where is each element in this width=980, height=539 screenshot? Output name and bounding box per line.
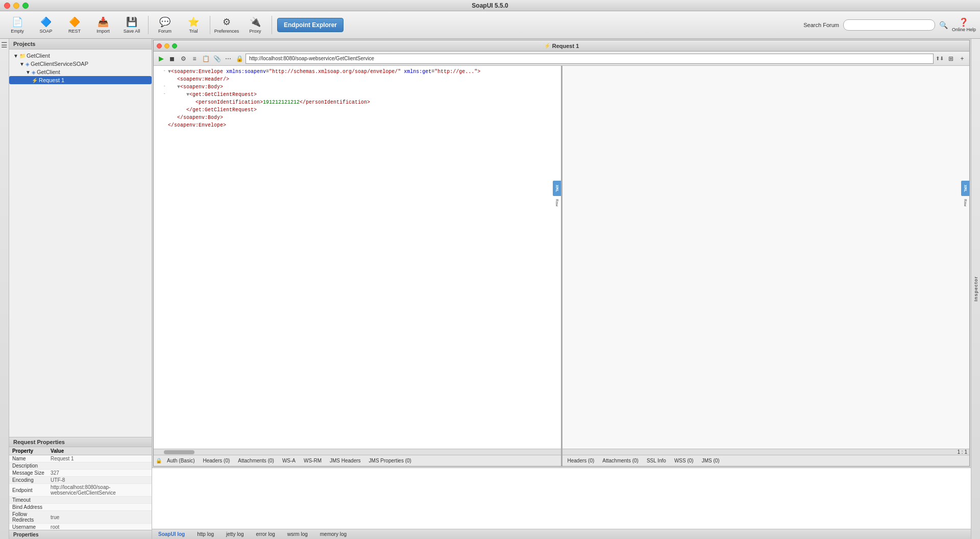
req-minimize-button[interactable] bbox=[164, 43, 169, 48]
search-icon[interactable]: 🔍 bbox=[939, 21, 948, 29]
tab-auth[interactable]: Auth (Basic) bbox=[164, 457, 198, 464]
tab-ws-a[interactable]: WS-A bbox=[279, 457, 299, 464]
scrollbar-thumb[interactable] bbox=[164, 450, 194, 454]
empty-icon: 📄 bbox=[12, 16, 23, 28]
response-raw-label[interactable]: Raw bbox=[961, 197, 969, 208]
preferences-label: Preferences bbox=[214, 29, 239, 34]
table-row: Usernameroot bbox=[9, 524, 152, 530]
copy-button[interactable]: 📋 bbox=[201, 54, 211, 64]
req-maximize-button[interactable] bbox=[172, 43, 177, 48]
tree-item-getclientservice[interactable]: ▼ ◈ GetClientServiceSOAP bbox=[9, 60, 152, 68]
log-tab-http[interactable]: http log bbox=[195, 530, 216, 538]
save-all-label: Save All bbox=[124, 29, 140, 34]
xml-line-8: </soapenv:Envelope> bbox=[156, 121, 559, 129]
url-input[interactable]: http://localhost:8080/soap-webservice/Ge… bbox=[246, 54, 934, 64]
xml-line-4: - ▼<get:GetClientRequest> bbox=[156, 91, 559, 99]
response-xml-editor[interactable]: XML Raw bbox=[562, 66, 970, 449]
preferences-button[interactable]: ⚙ Preferences bbox=[213, 13, 240, 37]
xml-line-5: <personIdentification>191212121212</pers… bbox=[156, 99, 559, 106]
proxy-icon: 🔌 bbox=[250, 16, 261, 28]
col-value: Value bbox=[47, 447, 152, 455]
tab-jms-properties[interactable]: JMS Properties (0) bbox=[366, 457, 414, 464]
log-tab-error[interactable]: error log bbox=[254, 530, 277, 538]
property-value: 327 bbox=[47, 470, 152, 477]
soap-label: SOAP bbox=[39, 29, 52, 34]
log-tab-wsrm[interactable]: wsrm log bbox=[285, 530, 310, 538]
config-button[interactable]: ⚙ bbox=[178, 54, 188, 64]
properties-header: Request Properties bbox=[9, 437, 152, 447]
tab-headers-resp[interactable]: Headers (0) bbox=[565, 457, 598, 464]
preferences-icon: ⚙ bbox=[223, 16, 231, 28]
xml-label[interactable]: XML bbox=[553, 181, 561, 196]
log-tab-soapui[interactable]: SoapUI log bbox=[156, 530, 187, 538]
tab-attachments-resp[interactable]: Attachments (0) bbox=[599, 457, 642, 464]
tree-label-getclient-sub: GetClient bbox=[37, 69, 60, 75]
rest-icon: 🔶 bbox=[69, 16, 80, 28]
main-toolbar: 📄 Empty 🔷 SOAP 🔶 REST 📥 Import 💾 Save Al… bbox=[0, 11, 980, 39]
request-title-text: Request 1 bbox=[552, 43, 579, 49]
rest-button[interactable]: 🔶 REST bbox=[61, 13, 88, 37]
inspector-sidebar[interactable]: Inspector bbox=[971, 39, 980, 539]
search-forum-label: Search Forum bbox=[803, 22, 839, 28]
tab-ws-rm[interactable]: WS-RM bbox=[301, 457, 325, 464]
prop-table: Property Value NameRequest 1DescriptionM… bbox=[9, 447, 152, 530]
service-icon: ◈ bbox=[26, 61, 30, 67]
collapse-icon: ▼ bbox=[13, 53, 18, 59]
save-all-icon: 💾 bbox=[126, 16, 137, 28]
tab-attachments-req[interactable]: Attachments (0) bbox=[235, 457, 277, 464]
tab-ssl-info[interactable]: SSL Info bbox=[644, 457, 669, 464]
response-scrollbar[interactable]: 1 : 1 bbox=[562, 449, 970, 455]
request-traffic-lights[interactable] bbox=[157, 43, 177, 48]
expand-icon-2: ▼ bbox=[26, 69, 31, 75]
response-xml-label[interactable]: XML bbox=[961, 181, 969, 196]
minimize-button[interactable] bbox=[13, 3, 19, 9]
tab-jms-resp[interactable]: JMS (0) bbox=[699, 457, 723, 464]
forum-button[interactable]: 💬 Forum bbox=[152, 13, 178, 37]
endpoint-explorer-button[interactable]: Endpoint Explorer bbox=[277, 18, 344, 32]
tree-item-getclient[interactable]: ▼ 📁 GetClient bbox=[9, 52, 152, 60]
expand-button[interactable]: ⊞ bbox=[946, 54, 956, 64]
request-xml-editor[interactable]: - ▼<soapenv:Envelope xmlns:soapenv="http… bbox=[154, 66, 561, 449]
navigator-sidebar[interactable]: ☰ bbox=[0, 39, 9, 539]
trial-button[interactable]: ⭐ Trial bbox=[180, 13, 207, 37]
page-number: 1 : 1 bbox=[958, 449, 969, 455]
xml-side-labels: XML Raw bbox=[553, 181, 561, 209]
tree-item-getclient-sub[interactable]: ▼ ◈ GetClient bbox=[9, 68, 152, 76]
request-scrollbar[interactable] bbox=[154, 449, 561, 455]
property-name: Endpoint bbox=[9, 484, 47, 497]
raw-label[interactable]: Raw bbox=[553, 197, 561, 208]
req-close-button[interactable] bbox=[157, 43, 162, 48]
import-button[interactable]: 📥 Import bbox=[90, 13, 116, 37]
search-input[interactable] bbox=[843, 19, 935, 31]
send-button[interactable]: ▶ bbox=[156, 54, 166, 64]
traffic-lights[interactable] bbox=[4, 3, 29, 9]
add-button[interactable]: + bbox=[957, 54, 967, 64]
tree-item-request1[interactable]: ⚡ Request 1 bbox=[9, 76, 152, 84]
save-all-button[interactable]: 💾 Save All bbox=[118, 13, 145, 37]
url-spinner[interactable]: ⬆⬇ bbox=[935, 54, 945, 64]
toolbar-separator-3 bbox=[272, 16, 272, 34]
tab-wss[interactable]: WSS (0) bbox=[671, 457, 697, 464]
tab-headers-req[interactable]: Headers (0) bbox=[200, 457, 233, 464]
more-button[interactable]: ⋯ bbox=[223, 54, 233, 64]
format-button[interactable]: ≡ bbox=[189, 54, 200, 64]
attach-button[interactable]: 📎 bbox=[212, 54, 222, 64]
cancel-button[interactable]: ◼ bbox=[167, 54, 177, 64]
log-tab-memory[interactable]: memory log bbox=[318, 530, 349, 538]
online-help-button[interactable]: ❓ Online Help bbox=[952, 17, 976, 32]
request-title: ⚡ Request 1 bbox=[544, 43, 579, 49]
maximize-button[interactable] bbox=[22, 3, 29, 9]
soap-button[interactable]: 🔷 SOAP bbox=[33, 13, 59, 37]
property-value: Request 1 bbox=[47, 455, 152, 462]
response-panel-tabs: Headers (0) Attachments (0) SSL Info WSS… bbox=[562, 455, 970, 466]
property-name: Username bbox=[9, 524, 47, 530]
folder-icon: 📁 bbox=[19, 53, 26, 59]
proxy-button[interactable]: 🔌 Proxy bbox=[242, 13, 268, 37]
property-value: UTF-8 bbox=[47, 477, 152, 484]
close-button[interactable] bbox=[4, 3, 10, 9]
empty-button[interactable]: 📄 Empty bbox=[4, 13, 31, 37]
properties-footer: Properties bbox=[9, 530, 152, 539]
log-tab-jetty[interactable]: jetty log bbox=[224, 530, 246, 538]
tab-jms-headers[interactable]: JMS Headers bbox=[327, 457, 364, 464]
split-panels: - ▼<soapenv:Envelope xmlns:soapenv="http… bbox=[154, 66, 969, 466]
